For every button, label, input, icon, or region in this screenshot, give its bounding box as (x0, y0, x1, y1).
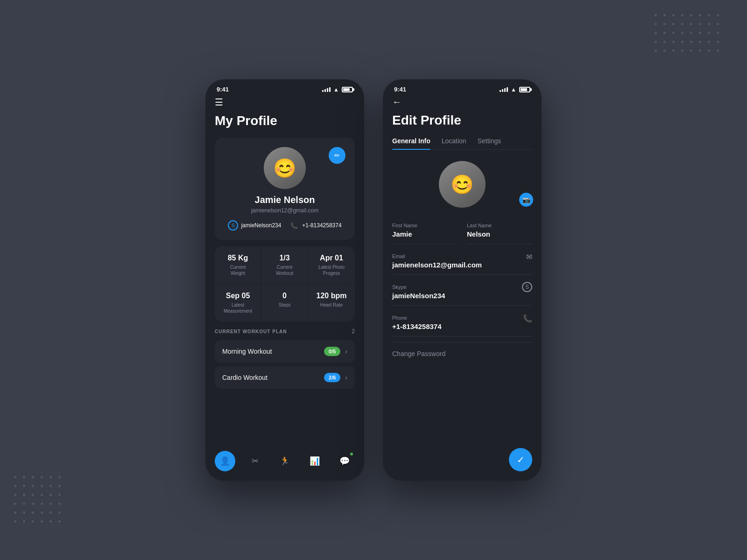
decorative-dots-tr: (function() { const grid = document.quer… (655, 14, 719, 52)
battery-icon-right (519, 87, 530, 92)
email-icon: ✉ (526, 252, 532, 261)
edit-avatar-container: 😊 📷 (392, 161, 532, 208)
skype-label: Skype (392, 284, 522, 290)
nav-profile-icon: 👤 (220, 456, 230, 466)
stat-heart-rate: 120 bpm Heart Rate (308, 284, 355, 322)
edit-profile-title: Edit Profile (392, 113, 532, 128)
workout-name-morning: Morning Workout (222, 348, 272, 355)
skype-social: S jamieNelson234 (228, 220, 281, 231)
profile-phone: 9:41 ▲ ☰ My Profile (205, 79, 364, 481)
stat-weight: 85 Kg CurrentWeight (215, 246, 261, 284)
workout-name-cardio: Cardio Workout (222, 374, 268, 381)
workout-count: 2 (352, 328, 355, 335)
notification-dot (350, 453, 353, 455)
skype-icon-edit: S (522, 282, 532, 292)
signal-icon (322, 87, 331, 92)
status-time-right: 9:41 (394, 86, 406, 93)
skype-field[interactable]: Skype jamieNelson234 S (392, 280, 532, 306)
first-name-value: Jamie (392, 230, 458, 238)
signal-icon-right (500, 87, 508, 92)
status-time-left: 9:41 (217, 86, 229, 93)
nav-activity[interactable]: 🏃 (275, 451, 295, 471)
save-button[interactable]: ✓ (509, 448, 532, 471)
phone-field[interactable]: Phone +1-8134258374 📞 (392, 311, 532, 336)
profile-card: 😊 ✏ Jamie Nelson jamienelson12@gmail.com… (215, 138, 355, 240)
nav-stats-icon: 📊 (310, 456, 320, 466)
stat-photo: Apr 01 Latest PhotoProgess (308, 246, 355, 284)
nav-activity-icon: 🏃 (280, 456, 290, 466)
screens-container: 9:41 ▲ ☰ My Profile (205, 79, 542, 481)
last-name-field[interactable]: Last Name Nelson (467, 219, 532, 244)
name-row: First Name Jamie Last Name Nelson (392, 219, 532, 250)
stat-workout: 1/3 CurrentWorkout (261, 246, 308, 284)
edit-profile-phone: 9:41 ▲ ← Edit Profile (383, 79, 542, 481)
bottom-nav: 👤 ✂ 🏃 📊 💬 (205, 443, 364, 481)
nav-profile[interactable]: 👤 (215, 451, 235, 471)
phone-number: +1-8134258374 (302, 222, 341, 229)
email-value: jamienelson12@gmail.com (392, 261, 526, 269)
tab-settings[interactable]: Settings (478, 137, 501, 149)
avatar: 😊 (264, 147, 306, 189)
workout-item-cardio[interactable]: Cardio Workout 2/6 › (215, 366, 355, 389)
workout-item-morning[interactable]: Morning Workout 0/5 › (215, 340, 355, 363)
profile-tabs: General Info Location Settings (392, 137, 532, 150)
email-field[interactable]: Email jamienelson12@gmail.com ✉ (392, 250, 532, 275)
profile-name: Jamie Nelson (224, 195, 345, 205)
first-name-label: First Name (392, 223, 458, 228)
workout-badge-cardio: 2/6 (324, 373, 340, 382)
profile-content: ☰ My Profile 😊 ✏ Jamie Nelson jamienelso… (205, 97, 364, 443)
camera-button[interactable]: 📷 (519, 193, 533, 207)
change-password[interactable]: Change Password (392, 343, 532, 357)
edit-content: ← Edit Profile General Info Location Set… (383, 97, 542, 481)
chevron-icon-morning: › (345, 348, 347, 355)
phone-social: 📞 +1-8134258374 (289, 220, 341, 231)
edit-profile-button[interactable]: ✏ (329, 147, 345, 164)
status-bar-right: 9:41 ▲ (383, 79, 542, 97)
skype-handle: jamieNelson234 (241, 222, 281, 229)
edit-avatar: 😊 (439, 161, 486, 208)
battery-icon (342, 87, 353, 92)
status-icons-left: ▲ (322, 86, 353, 93)
last-name-value: Nelson (467, 230, 532, 238)
checkmark-icon: ✓ (517, 454, 525, 465)
wifi-icon-right: ▲ (511, 86, 516, 93)
wifi-icon: ▲ (333, 86, 339, 93)
back-button[interactable]: ← (392, 97, 532, 107)
menu-button[interactable]: ☰ (215, 97, 355, 108)
nav-workout[interactable]: ✂ (245, 451, 265, 471)
workout-section-header: CURRENT WORKOUT PLAN 2 (215, 328, 355, 335)
email-label: Email (392, 253, 526, 259)
nav-stats[interactable]: 📊 (304, 451, 325, 471)
workout-badge-morning: 0/5 (324, 347, 340, 356)
status-icons-right: ▲ (500, 86, 530, 93)
skype-value: jamieNelson234 (392, 292, 522, 300)
nav-messages[interactable]: 💬 (334, 451, 355, 471)
stats-grid: 85 Kg CurrentWeight 1/3 CurrentWorkout A… (215, 246, 355, 322)
phone-icon-edit: 📞 (523, 314, 532, 323)
skype-icon: S (228, 220, 238, 231)
profile-socials: S jamieNelson234 📞 +1-8134258374 (224, 220, 345, 231)
nav-messages-icon: 💬 (339, 456, 350, 466)
tab-general-info[interactable]: General Info (392, 137, 430, 149)
profile-title: My Profile (215, 113, 355, 128)
chevron-icon-cardio: › (345, 374, 347, 381)
camera-icon: 📷 (522, 196, 530, 203)
stat-measurement: Sep 05 LatestMeasurement (215, 284, 261, 322)
avatar-container: 😊 ✏ (224, 147, 345, 195)
pencil-icon: ✏ (334, 152, 340, 159)
status-bar-left: 9:41 ▲ (205, 79, 364, 97)
phone-label: Phone (392, 315, 523, 321)
nav-workout-icon: ✂ (252, 456, 259, 466)
phone-value: +1-8134258374 (392, 322, 523, 330)
workout-section-title: CURRENT WORKOUT PLAN (215, 329, 287, 334)
stat-steps: 0 Steps (261, 284, 308, 322)
last-name-label: Last Name (467, 223, 532, 228)
tab-location[interactable]: Location (442, 137, 466, 149)
decorative-dots-bl: (function() { const grid = document.quer… (14, 476, 61, 523)
phone-icon: 📞 (289, 220, 299, 231)
first-name-field[interactable]: First Name Jamie (392, 219, 458, 244)
profile-email: jamienelson12@gmail.com (224, 207, 345, 214)
